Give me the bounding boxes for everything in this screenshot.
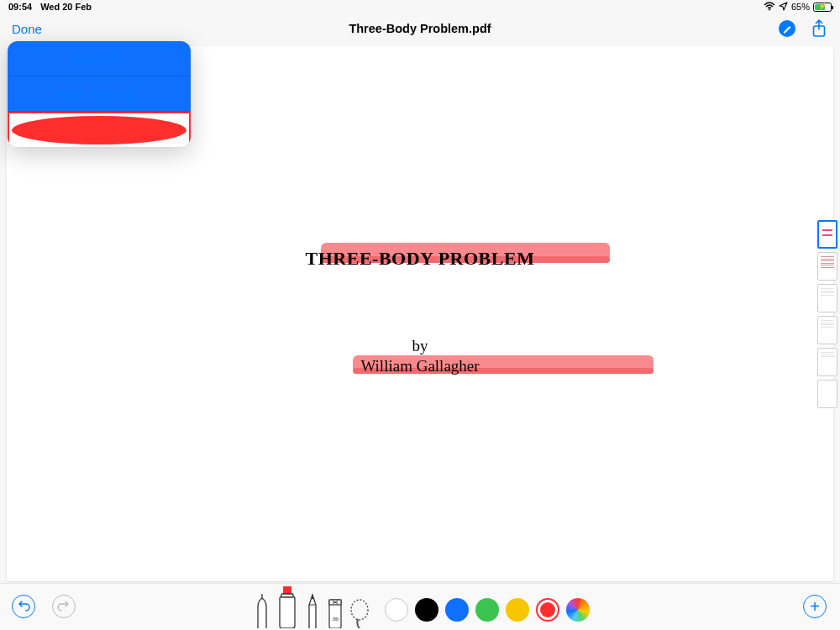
new-message-option[interactable]: New Message	[8, 76, 191, 112]
color-yellow[interactable]	[506, 598, 529, 622]
page-thumbnails	[815, 220, 840, 408]
battery-percentage: 65%	[791, 2, 810, 12]
done-popover: Reply All New Message Discard Changes	[8, 41, 191, 147]
pen-tool[interactable]	[251, 591, 273, 628]
thumbnail-page-4[interactable]	[817, 316, 837, 344]
discard-changes-option[interactable]: Discard Changes	[8, 112, 191, 147]
done-button[interactable]: Done	[12, 22, 42, 36]
color-picker-icon[interactable]	[566, 598, 590, 622]
document-title-text: THREE-BODY PROBLEM	[7, 248, 833, 270]
location-icon	[779, 2, 788, 13]
thumbnail-page-2[interactable]	[817, 252, 837, 281]
markup-toolbar: .80 +	[0, 583, 840, 630]
markup-pen-icon[interactable]	[778, 19, 796, 38]
svg-point-8	[351, 600, 368, 620]
marker-tool[interactable]	[275, 585, 300, 628]
color-blue[interactable]	[445, 598, 469, 622]
status-right: 65% ⚡	[764, 2, 832, 13]
thumbnail-page-1[interactable]	[817, 220, 837, 249]
undo-button[interactable]	[12, 595, 35, 618]
svg-rect-5	[281, 594, 293, 597]
color-green[interactable]	[475, 598, 499, 622]
document-by-text: by	[7, 337, 833, 355]
status-bar: 09:54 Wed 20 Feb 65% ⚡	[0, 0, 840, 13]
color-black[interactable]	[415, 598, 438, 622]
wifi-icon	[764, 2, 775, 13]
thumbnail-page-5[interactable]	[817, 348, 837, 376]
share-icon[interactable]	[810, 19, 828, 38]
eraser-size-label: .80	[332, 617, 339, 622]
color-white[interactable]	[385, 598, 408, 622]
thumbnail-page-6[interactable]	[817, 380, 837, 408]
lasso-tool[interactable]	[347, 591, 372, 628]
svg-point-0	[769, 8, 770, 10]
drawing-tools: .80	[250, 584, 590, 628]
thumbnail-page-3[interactable]	[817, 284, 837, 312]
status-date: Wed 20 Feb	[40, 2, 92, 12]
document-filename: Three-Body Problem.pdf	[0, 22, 840, 35]
battery-icon: ⚡	[813, 3, 832, 12]
color-red-selected[interactable]	[536, 598, 559, 622]
status-time: 09:54	[8, 2, 32, 12]
redo-button[interactable]	[52, 595, 76, 618]
document-author-text: William Gallagher	[7, 357, 833, 375]
add-shape-button[interactable]: +	[803, 595, 827, 618]
nav-bar: Done Three-Body Problem.pdf	[0, 13, 840, 44]
pencil-tool[interactable]	[302, 591, 323, 628]
reply-all-option[interactable]: Reply All	[8, 41, 191, 76]
color-palette	[385, 598, 590, 622]
svg-rect-3	[280, 596, 295, 628]
eraser-tool[interactable]: .80	[325, 591, 345, 628]
